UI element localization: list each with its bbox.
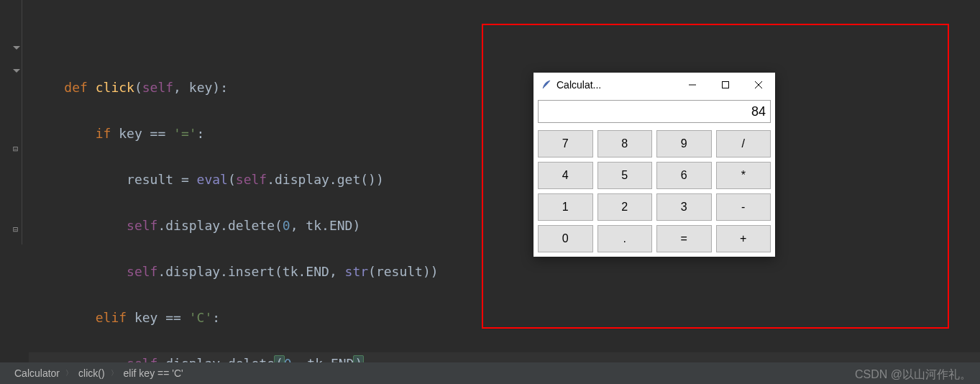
gutter: ⊟ ⊟ <box>0 0 29 362</box>
chevron-right-icon: 〉 <box>111 368 118 378</box>
chevron-right-icon: 〉 <box>65 368 73 378</box>
collapse-icon[interactable] <box>13 42 23 52</box>
crumb-method[interactable]: click() <box>78 367 105 379</box>
key-minus[interactable]: - <box>716 193 771 221</box>
maximize-button[interactable] <box>709 73 742 96</box>
collapse-icon[interactable] <box>13 65 23 75</box>
key-2[interactable]: 2 <box>597 193 653 221</box>
watermark: CSDN @以山河作礼。 <box>855 367 971 383</box>
key-3[interactable]: 3 <box>656 193 712 221</box>
window-title: Calculat... <box>557 79 676 91</box>
key-6[interactable]: 6 <box>656 162 712 189</box>
key-5[interactable]: 5 <box>597 162 653 189</box>
key-equals[interactable]: = <box>656 225 712 252</box>
calculator-keypad: 7 8 9 / 4 5 6 * 1 2 3 - 0 . = + <box>533 126 775 257</box>
minimize-button[interactable] <box>676 73 709 96</box>
tk-feather-icon <box>541 79 552 91</box>
run-output-panel: Calculat... 7 8 9 / 4 5 6 * 1 2 3 - 0 . … <box>482 24 949 329</box>
close-button[interactable] <box>742 73 775 96</box>
key-9[interactable]: 9 <box>656 130 712 157</box>
svg-rect-1 <box>723 82 729 88</box>
key-8[interactable]: 8 <box>597 130 653 157</box>
key-7[interactable]: 7 <box>538 130 593 157</box>
fold-icon[interactable]: ⊟ <box>13 144 23 154</box>
calculator-window: Calculat... 7 8 9 / 4 5 6 * 1 2 3 - 0 . … <box>533 73 775 257</box>
crumb-branch[interactable]: elif key == 'C' <box>124 367 183 379</box>
breadcrumb: Calculator 〉 click() 〉 elif key == 'C' <box>0 362 980 384</box>
key-multiply[interactable]: * <box>716 162 771 189</box>
key-1[interactable]: 1 <box>538 193 593 221</box>
key-dot[interactable]: . <box>597 225 653 252</box>
calculator-display[interactable] <box>538 100 771 123</box>
key-plus[interactable]: + <box>716 225 771 252</box>
fold-icon[interactable]: ⊟ <box>13 224 23 234</box>
key-0[interactable]: 0 <box>538 225 593 252</box>
key-4[interactable]: 4 <box>538 162 593 189</box>
key-divide[interactable]: / <box>716 130 771 157</box>
crumb-class[interactable]: Calculator <box>14 367 60 379</box>
